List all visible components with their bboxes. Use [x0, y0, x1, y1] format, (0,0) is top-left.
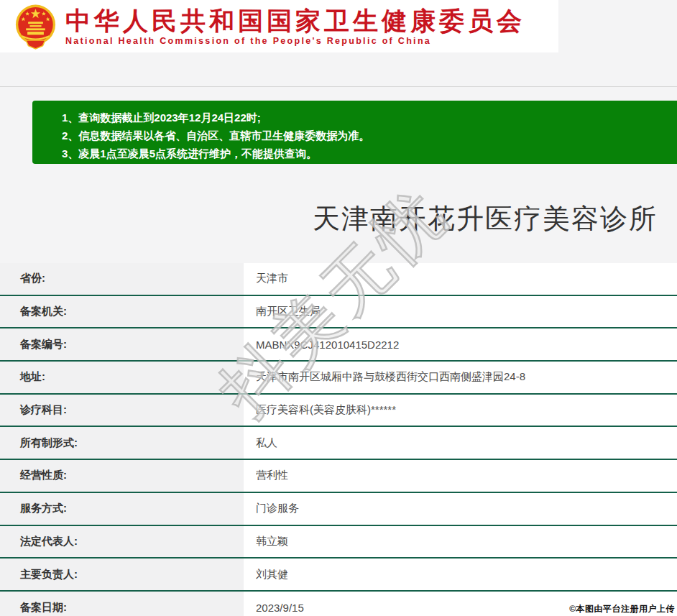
record-title: 天津南开花升医疗美容诊所: [0, 201, 658, 237]
field-value: 天津市南开区城厢中路与鼓楼西街交口西南侧盛津园24-8: [244, 362, 677, 393]
site-header: 中华人民共和国国家卫生健康委员会 National Health Commiss…: [0, 0, 558, 52]
table-row: 服务方式:门诊服务: [0, 493, 677, 526]
copyright-note: ©本图由平台注册用户上传: [569, 603, 675, 615]
table-row: 省份:天津市: [0, 263, 677, 296]
national-emblem-icon: [15, 4, 56, 50]
org-name-en: National Health Commission of the People…: [65, 36, 525, 46]
field-value: 医疗美容科(美容皮肤科)******: [244, 395, 677, 426]
table-row: 所有制形式:私人: [0, 427, 677, 460]
notice-box: 1、查询数据截止到2023年12月24日22时; 2、信息数据结果以各省、自治区…: [32, 101, 677, 164]
field-label: 备案机关:: [0, 296, 244, 328]
table-row: 地址:天津市南开区城厢中路与鼓楼西街交口西南侧盛津园24-8: [0, 362, 677, 395]
field-value: 南开区卫生局: [244, 296, 677, 328]
table-row: 备案编号:MABNX9CJ412010415D2212: [0, 328, 677, 362]
field-value: 营利性: [244, 460, 677, 492]
field-label: 法定代表人:: [0, 526, 244, 558]
org-name-zh: 中华人民共和国国家卫生健康委员会: [65, 6, 525, 35]
field-value: 天津市: [244, 263, 677, 295]
table-row: 主要负责人:刘其健: [0, 558, 677, 592]
field-label: 备案日期:: [0, 592, 244, 616]
field-value: 私人: [244, 427, 677, 459]
horizontal-divider: [0, 86, 677, 87]
table-row: 法定代表人:韩立颖: [0, 526, 677, 559]
table-row: 诊疗科目:医疗美容科(美容皮肤科)******: [0, 395, 677, 428]
field-label: 省份:: [0, 263, 244, 295]
field-value: 韩立颖: [244, 526, 677, 558]
field-label: 服务方式:: [0, 493, 244, 525]
header-text-block: 中华人民共和国国家卫生健康委员会 National Health Commiss…: [65, 6, 525, 46]
field-label: 备案编号:: [0, 328, 244, 360]
field-value: 门诊服务: [244, 493, 677, 525]
field-value: MABNX9CJ412010415D2212: [244, 328, 677, 360]
field-label: 所有制形式:: [0, 427, 244, 459]
field-label: 经营性质:: [0, 460, 244, 492]
notice-line-2: 2、信息数据结果以各省、自治区、直辖市卫生健康委数据为准。: [62, 127, 670, 144]
table-row: 备案机关:南开区卫生局: [0, 296, 677, 329]
record-table: 省份:天津市备案机关:南开区卫生局备案编号:MABNX9CJ412010415D…: [0, 263, 677, 616]
notice-line-1: 1、查询数据截止到2023年12月24日22时;: [62, 109, 670, 127]
field-value: 刘其健: [244, 558, 677, 590]
field-label: 地址:: [0, 362, 244, 393]
table-row: 经营性质:营利性: [0, 460, 677, 493]
field-label: 主要负责人:: [0, 558, 244, 590]
notice-line-3: 3、凌晨1点至凌晨5点系统进行维护，不能提供查询。: [62, 144, 670, 162]
field-label: 诊疗科目:: [0, 395, 244, 426]
